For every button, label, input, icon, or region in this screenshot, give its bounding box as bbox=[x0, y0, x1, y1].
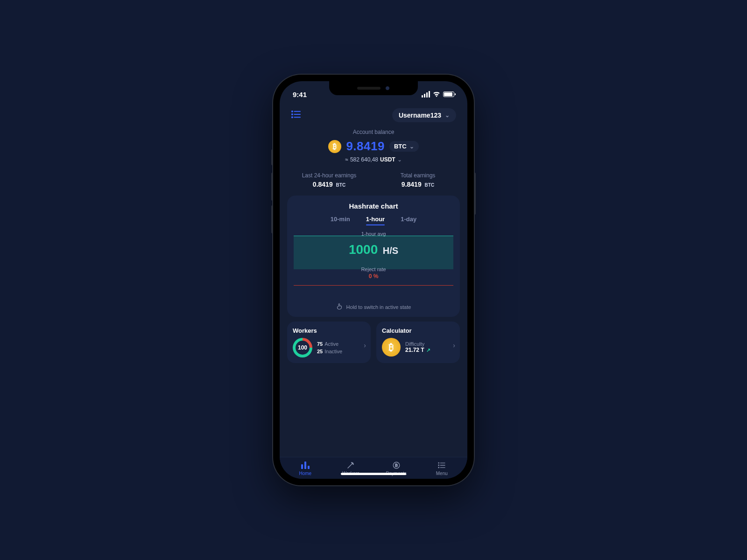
cell-signal-icon bbox=[422, 91, 430, 98]
avg-value: 1000 bbox=[349, 242, 378, 257]
balance-unit-dropdown[interactable]: BTC ⌄ bbox=[389, 141, 419, 152]
hashrate-chart[interactable]: 1-hour avg 1000 H/S Reject rate 0 % bbox=[294, 232, 453, 292]
total-unit: BTC bbox=[425, 182, 435, 188]
list-icon[interactable] bbox=[291, 110, 301, 120]
hold-hint: Hold to switch in active state bbox=[346, 304, 411, 310]
svg-point-8 bbox=[438, 462, 439, 463]
trend-up-icon: ↗ bbox=[426, 347, 430, 353]
bottom-nav: Home Workers B Payments bbox=[280, 457, 467, 479]
svg-point-0 bbox=[292, 111, 293, 112]
physical-button bbox=[271, 205, 273, 233]
menu-icon bbox=[437, 461, 446, 469]
workers-total: 100 bbox=[296, 341, 310, 355]
payments-icon: B bbox=[392, 461, 401, 469]
status-time: 9:41 bbox=[293, 91, 307, 98]
nav-menu[interactable]: Menu bbox=[419, 461, 465, 476]
notch bbox=[329, 81, 418, 95]
reject-value: 0 bbox=[369, 273, 372, 280]
nav-home-label: Home bbox=[299, 471, 311, 476]
converted-unit: USDT bbox=[380, 156, 395, 163]
converted-amount: 582 640,48 bbox=[350, 156, 378, 163]
last24-amount: 0.8419 bbox=[313, 181, 333, 188]
last24-label: Last 24-hour earnings bbox=[287, 172, 371, 179]
phone-frame: 9:41 Username123 ⌄ bbox=[273, 75, 474, 485]
reject-label: Reject rate bbox=[294, 266, 453, 272]
total-label: Total earnings bbox=[376, 172, 460, 179]
chevron-right-icon: › bbox=[364, 342, 366, 349]
workers-title: Workers bbox=[293, 327, 365, 334]
workers-active-count: 75 bbox=[317, 341, 323, 347]
total-amount: 9.8419 bbox=[402, 181, 422, 188]
home-icon bbox=[301, 461, 310, 469]
username-label: Username123 bbox=[399, 112, 441, 119]
approx-symbol: ≈ bbox=[345, 156, 348, 163]
chevron-down-icon: ⌄ bbox=[397, 156, 402, 163]
calculator-title: Calculator bbox=[382, 327, 454, 334]
balance-converted-dropdown[interactable]: ≈ 582 640,48 USDT ⌄ bbox=[289, 156, 458, 163]
nav-menu-label: Menu bbox=[436, 471, 448, 476]
physical-button bbox=[271, 149, 273, 165]
workers-card[interactable]: Workers 100 75Active 25Inactive › bbox=[287, 322, 371, 363]
bitcoin-icon: ₿ bbox=[382, 338, 401, 357]
reject-unit: % bbox=[374, 273, 379, 280]
user-dropdown[interactable]: Username123 ⌄ bbox=[392, 108, 456, 122]
home-indicator[interactable] bbox=[341, 473, 406, 475]
tap-hold-icon bbox=[336, 303, 343, 311]
workers-inactive-count: 25 bbox=[317, 349, 323, 354]
physical-button bbox=[474, 173, 476, 215]
tab-1hour[interactable]: 1-hour bbox=[366, 216, 385, 225]
screen: 9:41 Username123 ⌄ bbox=[280, 81, 467, 479]
difficulty-value: 21.72 T bbox=[405, 347, 424, 353]
pickaxe-icon bbox=[346, 461, 355, 469]
svg-point-12 bbox=[438, 467, 439, 468]
svg-point-10 bbox=[438, 465, 439, 465]
avg-unit: H/S bbox=[383, 245, 398, 256]
last24-unit: BTC bbox=[336, 182, 346, 188]
balance-amount: 9.8419 bbox=[346, 139, 385, 154]
tab-10min[interactable]: 10-min bbox=[331, 216, 350, 225]
difficulty-label: Difficulty bbox=[405, 341, 430, 347]
chevron-down-icon: ⌄ bbox=[409, 143, 414, 150]
chevron-down-icon: ⌄ bbox=[445, 112, 450, 119]
workers-inactive-label: Inactive bbox=[324, 349, 342, 354]
hashrate-card: Hashrate chart 10-min 1-hour 1-day 1-hou… bbox=[287, 196, 460, 317]
hashrate-title: Hashrate chart bbox=[294, 202, 453, 210]
balance-unit: BTC bbox=[394, 143, 407, 150]
wifi-icon bbox=[433, 91, 440, 98]
calculator-card[interactable]: Calculator ₿ Difficulty 21.72 T ↗ › bbox=[376, 322, 460, 363]
workers-active-label: Active bbox=[324, 341, 338, 347]
battery-icon bbox=[443, 91, 454, 97]
svg-text:B: B bbox=[395, 463, 398, 468]
workers-donut-icon: 100 bbox=[293, 338, 312, 357]
bitcoin-icon: ₿ bbox=[328, 140, 341, 153]
svg-point-2 bbox=[292, 114, 293, 115]
balance-label: Account balance bbox=[289, 129, 458, 135]
physical-button bbox=[271, 173, 273, 201]
tab-1day[interactable]: 1-day bbox=[401, 216, 416, 225]
nav-home[interactable]: Home bbox=[282, 461, 328, 476]
chevron-right-icon: › bbox=[453, 342, 455, 349]
svg-point-4 bbox=[292, 117, 293, 118]
